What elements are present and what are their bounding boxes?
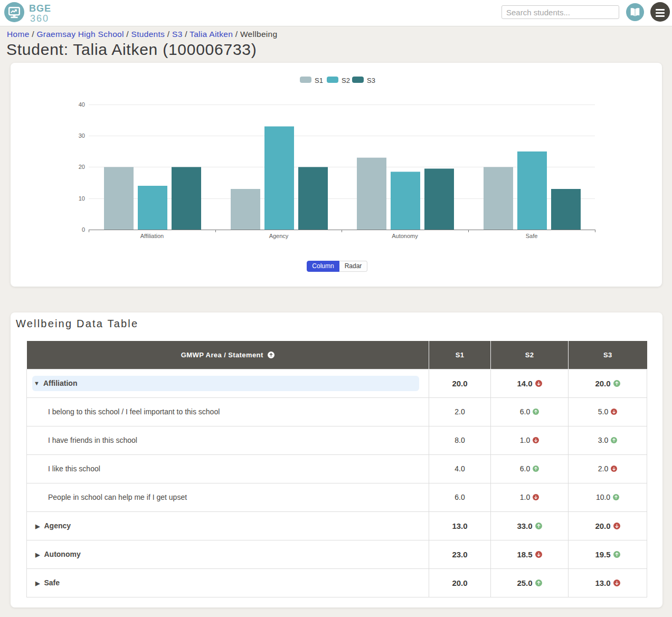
svg-text:0: 0 [82,226,85,233]
svg-text:10: 10 [79,195,85,202]
svg-text:30: 30 [79,132,85,139]
svg-text:S2: S2 [342,77,350,84]
svg-text:20: 20 [79,164,85,170]
svg-text:Autonomy: Autonomy [392,233,418,239]
svg-text:Agency: Agency [269,233,289,239]
svg-text:S1: S1 [315,77,323,84]
svg-text:40: 40 [79,101,85,108]
svg-text:S3: S3 [367,77,375,84]
svg-text:Safe: Safe [526,233,538,239]
svg-text:Affiliation: Affiliation [140,233,164,239]
